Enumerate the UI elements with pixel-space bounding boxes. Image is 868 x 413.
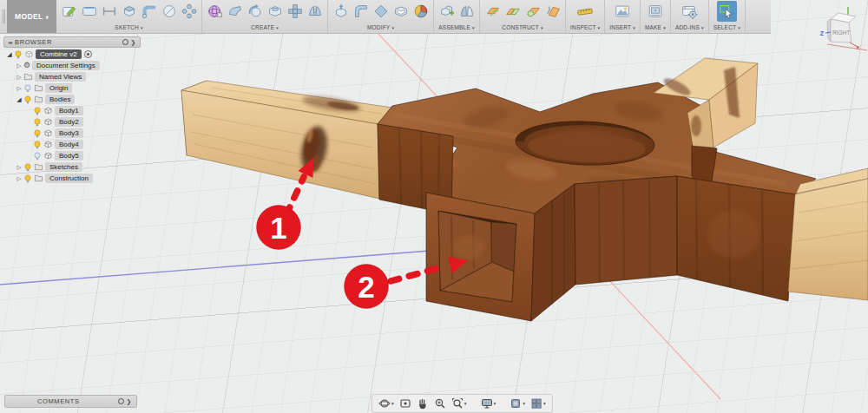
collapse-panel-icon[interactable]: ◂◂ [8, 39, 11, 45]
visibility-bulb-icon[interactable] [23, 95, 32, 104]
select-cursor-icon[interactable] [717, 1, 737, 22]
revolve-icon[interactable] [245, 1, 265, 22]
shell-icon[interactable] [391, 1, 411, 22]
measure-icon[interactable] [575, 1, 595, 22]
tree-label[interactable]: Body3 [55, 128, 83, 138]
toolbar-group-menu[interactable]: ASSEMBLE▾ [437, 23, 477, 32]
fit-icon[interactable]: ▾ [451, 397, 467, 410]
browser-tree-row[interactable]: ▷ Construction [3, 173, 151, 184]
tree-label[interactable]: Body1 [55, 106, 83, 115]
tree-label[interactable]: Combine v2 [36, 49, 82, 59]
joint-icon[interactable] [457, 1, 477, 22]
tree-label[interactable]: Body5 [55, 151, 83, 161]
browser-header[interactable]: ◂◂ BROWSER ❯ [3, 36, 141, 48]
pattern-plus-icon[interactable] [285, 1, 305, 22]
browser-tree-row[interactable]: Body1 [3, 105, 151, 116]
browser-tree-row[interactable]: Body4 [3, 139, 151, 150]
tree-expander-icon[interactable]: ▷ [15, 62, 23, 69]
browser-tree-row[interactable]: ▷ Named Views [3, 71, 151, 82]
tree-label[interactable]: Document Settings [32, 61, 100, 70]
visibility-bulb-icon[interactable] [23, 84, 32, 93]
body-beam-right[interactable] [788, 168, 868, 300]
chevron-right-icon[interactable]: ❯ [131, 39, 136, 46]
browser-tree-row[interactable]: Body3 [3, 128, 151, 139]
plane-tangent-icon[interactable] [542, 1, 562, 22]
toolbar-group-menu[interactable]: SELECT▾ [712, 23, 742, 32]
tree-expander-icon[interactable]: ◢ [5, 51, 14, 58]
panel-options-icon[interactable] [122, 39, 128, 45]
tree-expander-icon[interactable]: ▷ [15, 74, 23, 81]
visibility-bulb-icon[interactable] [33, 118, 42, 127]
press-pull-icon[interactable] [331, 1, 351, 22]
toolbar-group-menu[interactable]: INSERT▾ [608, 23, 637, 32]
new-component-icon[interactable] [437, 1, 457, 22]
create-sketch-icon[interactable] [59, 1, 79, 22]
tree-label[interactable]: Named Views [35, 72, 86, 82]
pan-icon[interactable] [417, 397, 429, 410]
rectangle-tool-icon[interactable] [79, 1, 99, 22]
look-at-icon[interactable] [399, 397, 411, 410]
toolbar-group-menu[interactable]: SKETCH▾ [59, 23, 199, 32]
browser-tree-row[interactable]: ▷ ⚙ Document Settings [3, 60, 151, 71]
toolbar-group-menu[interactable]: CONSTRUCT▾ [483, 23, 562, 32]
tree-label[interactable]: Origin [45, 83, 72, 93]
viewcube-left-face[interactable] [827, 19, 831, 42]
toolbar-group-menu[interactable]: MAKE▾ [643, 23, 667, 32]
browser-tree-row[interactable]: ▷ Sketches [3, 161, 151, 173]
addins-scripts-icon[interactable] [680, 1, 700, 22]
viewcube[interactable]: RIGHT Z x [820, 7, 867, 50]
visibility-bulb-icon[interactable] [33, 141, 42, 149]
chevron-right-icon[interactable]: ❯ [127, 398, 132, 405]
visibility-bulb-icon[interactable] [33, 152, 42, 161]
loft-icon[interactable] [225, 1, 245, 22]
browser-tree-row[interactable]: ◢ Bodies [3, 94, 151, 105]
activate-radio-icon[interactable] [84, 50, 92, 58]
plane-midplane-icon[interactable] [503, 1, 523, 22]
visibility-bulb-icon[interactable] [23, 163, 32, 172]
browser-tree-row[interactable]: Body2 [3, 116, 151, 128]
visibility-bulb-icon[interactable] [23, 174, 32, 183]
toolbar-drag-handle[interactable] [0, 0, 7, 33]
fillet-icon[interactable] [351, 1, 371, 22]
sweep-pipe-icon[interactable] [139, 1, 159, 22]
make-print-icon[interactable] [645, 1, 665, 22]
plane-axis-icon[interactable] [523, 1, 542, 22]
extrude-box-icon[interactable] [119, 1, 139, 22]
visibility-bulb-icon[interactable] [14, 50, 23, 59]
tree-expander-icon[interactable]: ◢ [15, 96, 23, 103]
tree-label[interactable]: Construction [45, 174, 93, 183]
zoom-icon[interactable] [434, 397, 446, 410]
visibility-bulb-icon[interactable] [33, 107, 42, 115]
chamfer-icon[interactable] [371, 1, 391, 22]
browser-tree-row[interactable]: ◢ Combine v2 [3, 49, 151, 60]
mirror-icon[interactable] [305, 1, 325, 22]
toolbar-group-menu[interactable]: CREATE▾ [205, 23, 325, 32]
browser-tree-row[interactable]: Body5 [3, 150, 151, 161]
toolbar-group-menu[interactable]: INSPECT▾ [569, 23, 602, 32]
grid-settings-icon[interactable]: ▾ [510, 397, 525, 410]
viewports-icon[interactable]: ▾ [530, 397, 546, 410]
comments-bar[interactable]: COMMENTS ❯ [4, 395, 137, 408]
form-sphere-icon[interactable] [205, 1, 225, 22]
orbit-icon[interactable]: ▾ [378, 397, 394, 410]
box-primitive-icon[interactable] [265, 1, 285, 22]
tree-expander-icon[interactable]: ▷ [15, 85, 23, 92]
appearance-pie-icon[interactable] [411, 1, 431, 22]
tree-expander-icon[interactable]: ▷ [15, 164, 23, 171]
plane-offset-icon[interactable] [483, 1, 503, 22]
browser-tree-row[interactable]: ▷ Origin [3, 82, 151, 94]
tree-label[interactable]: Bodies [45, 95, 75, 104]
tree-label[interactable]: Body4 [55, 140, 83, 149]
circle-tool-icon[interactable] [159, 1, 179, 22]
tree-label[interactable]: Sketches [45, 162, 82, 172]
workspace-selector[interactable]: MODEL ▾ [7, 0, 56, 33]
toolbar-group-menu[interactable]: MODIFY▾ [331, 23, 431, 32]
visibility-bulb-icon[interactable] [33, 129, 42, 138]
tree-expander-icon[interactable]: ▷ [15, 175, 23, 182]
tree-label[interactable]: Body2 [55, 117, 83, 127]
pattern-dots-icon[interactable] [179, 1, 199, 22]
insert-image-icon[interactable] [613, 1, 633, 22]
toolbar-group-menu[interactable]: ADD-INS▾ [674, 23, 706, 32]
line-tool-icon[interactable] [99, 1, 119, 22]
panel-options-icon[interactable] [118, 398, 124, 404]
